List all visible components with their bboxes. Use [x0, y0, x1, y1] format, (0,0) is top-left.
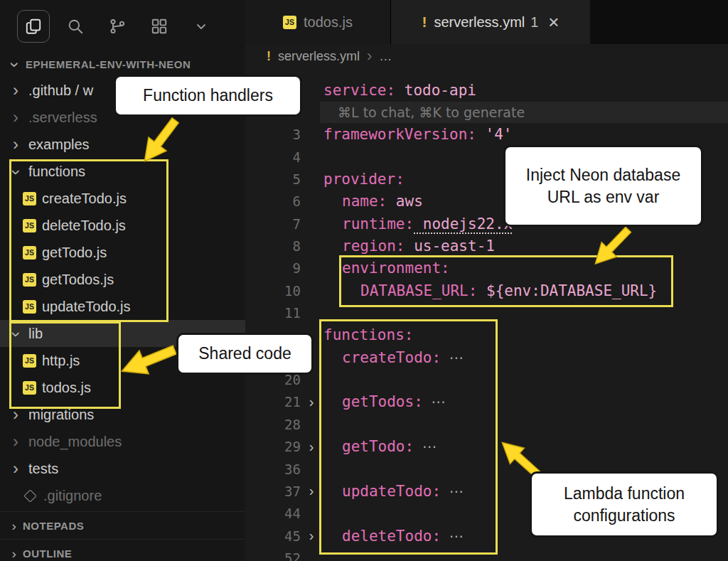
tree-item[interactable]: JS todos.js	[0, 374, 245, 401]
warning-icon: !	[267, 49, 271, 64]
code-text: getTodos:⋯	[323, 393, 447, 410]
chevron-down-icon: ›	[6, 58, 23, 72]
sidebar-section-outline[interactable]: › OUTLINE	[0, 539, 245, 561]
chevron-icon: ›	[8, 165, 25, 179]
code-text: name: aws	[323, 193, 423, 210]
yaml-key: provider:	[323, 171, 405, 188]
file-type-icon: JS	[23, 273, 36, 287]
yaml-key: service:	[323, 82, 395, 99]
yaml-key: createTodo:	[342, 349, 441, 366]
tree-item[interactable]: JS updateTodo.js	[0, 293, 245, 320]
line-number: 6	[259, 193, 301, 209]
tree-item-label: tests	[28, 461, 58, 477]
line-number: 20	[259, 372, 301, 388]
tree-item[interactable]: › node_modules	[0, 428, 245, 455]
extensions-icon[interactable]	[143, 10, 176, 43]
line-number: 7	[259, 216, 301, 232]
tree-item-label: node_modules	[28, 434, 122, 450]
code-text: createTodo:⋯	[323, 349, 465, 366]
code-line: createTodo:⋯	[245, 346, 728, 368]
chevron-icon: ›	[9, 82, 23, 99]
tree-item[interactable]: JS deleteTodo.js	[0, 212, 245, 239]
tree-item[interactable]: JS getTodo.js	[0, 239, 245, 266]
yaml-key: frameworkVersion:	[323, 126, 476, 143]
explorer-icon[interactable]	[17, 10, 50, 43]
tree-item[interactable]: › migrations	[0, 401, 245, 428]
tree-item[interactable]: JS createTodo.js	[0, 185, 245, 212]
file-type-icon: JS	[23, 300, 36, 314]
code-line: 20	[245, 368, 728, 390]
folded-code-icon[interactable]: ⋯	[449, 528, 465, 545]
close-icon[interactable]: ×	[548, 13, 559, 31]
tree-item-label: .serverless	[28, 109, 97, 126]
line-number: 29	[259, 439, 301, 454]
tree-item-label: .gitignore	[43, 488, 102, 504]
code-line: 28	[245, 413, 728, 435]
tree-item-label: createTodo.js	[42, 191, 127, 207]
code-text: getTodo:⋯	[323, 438, 438, 455]
section-label: NOTEPADS	[23, 520, 84, 532]
tree-item[interactable]: .gitignore	[0, 482, 245, 509]
tree-item[interactable]: › lib	[0, 320, 245, 347]
tree-item-label: migrations	[28, 407, 94, 423]
yaml-key: runtime:	[342, 215, 414, 233]
tree-item[interactable]: JS getTodos.js	[0, 266, 245, 293]
tree-item[interactable]: › .serverless	[0, 104, 245, 131]
folded-code-icon[interactable]: ⋯	[449, 349, 465, 366]
code-line: 45 › deleteTodo:⋯	[245, 525, 728, 547]
breadcrumb-more[interactable]: …	[379, 49, 392, 64]
folded-code-icon[interactable]: ⋯	[449, 483, 465, 500]
tab-bar: JS todos.js ! serverless.yml 1 ×	[245, 0, 728, 44]
chevron-icon: ›	[9, 433, 23, 450]
line-number: 5	[259, 171, 301, 187]
folded-code-icon[interactable]: ⋯	[422, 438, 438, 455]
line-number: 44	[259, 506, 301, 521]
file-type-icon: JS	[23, 354, 36, 368]
search-icon[interactable]	[59, 10, 92, 43]
fold-caret-icon[interactable]: ›	[302, 439, 321, 455]
code-text: runtime: nodejs22.x	[323, 215, 513, 233]
tree-item-label: .github / w	[28, 82, 93, 99]
fold-caret-icon[interactable]: ›	[302, 394, 321, 410]
line-number: 11	[259, 305, 301, 321]
code-line: 8 region: us-east-1	[245, 235, 728, 257]
yaml-key: getTodo:	[342, 438, 414, 455]
line-number: 28	[259, 417, 301, 432]
tree-item-label: http.js	[42, 353, 80, 369]
code-line: 37 › updateTodo:⋯	[245, 480, 728, 502]
tree-item[interactable]: › examples	[0, 131, 245, 158]
code-line: 36	[245, 458, 728, 480]
fold-caret-icon[interactable]: ›	[302, 483, 321, 499]
project-header[interactable]: › EPHEMERAL-ENV-WITH-NEON	[0, 54, 245, 74]
tree-item[interactable]: JS http.js	[0, 347, 245, 374]
tree-item-label: examples	[28, 137, 90, 153]
chevron-down-icon[interactable]	[185, 10, 218, 43]
tab-label: todos.js	[304, 14, 353, 31]
code-line: 3 frameworkVersion: '4'	[245, 124, 728, 146]
tree-item-label: deleteTodo.js	[42, 218, 126, 234]
chevron-icon: ›	[9, 136, 23, 153]
folded-code-icon[interactable]: ⋯	[432, 393, 447, 410]
tree-item-label: functions	[28, 164, 85, 180]
tree-item[interactable]: › .github / w	[0, 77, 245, 104]
tree-item[interactable]: › functions	[0, 158, 245, 185]
tree-item-label: getTodos.js	[42, 272, 114, 288]
yaml-value: todo-api	[395, 82, 476, 99]
chevron-right-icon: ›	[9, 547, 20, 560]
activity-bar	[17, 10, 218, 43]
js-icon: JS	[283, 16, 296, 29]
tree-item[interactable]: › tests	[0, 455, 245, 482]
tree-item-label: getTodo.js	[42, 245, 107, 261]
tab-serverless-yml[interactable]: ! serverless.yml 1 ×	[391, 0, 590, 44]
tab-label: serverless.yml	[434, 14, 525, 31]
tab-todos-js[interactable]: JS todos.js	[245, 0, 391, 44]
chevron-right-icon: ›	[367, 48, 372, 64]
tree-item-label: updateTodo.js	[42, 299, 131, 315]
source-control-icon[interactable]	[101, 10, 134, 43]
sidebar-section-notepads[interactable]: › NOTEPADS	[0, 511, 245, 539]
breadcrumb[interactable]: ! serverless.yml › …	[245, 44, 728, 68]
chevron-icon: ›	[9, 109, 23, 126]
fold-caret-icon[interactable]: ›	[302, 528, 321, 544]
code-line: service: todo-api	[245, 79, 728, 101]
chevron-icon: ›	[9, 406, 23, 423]
